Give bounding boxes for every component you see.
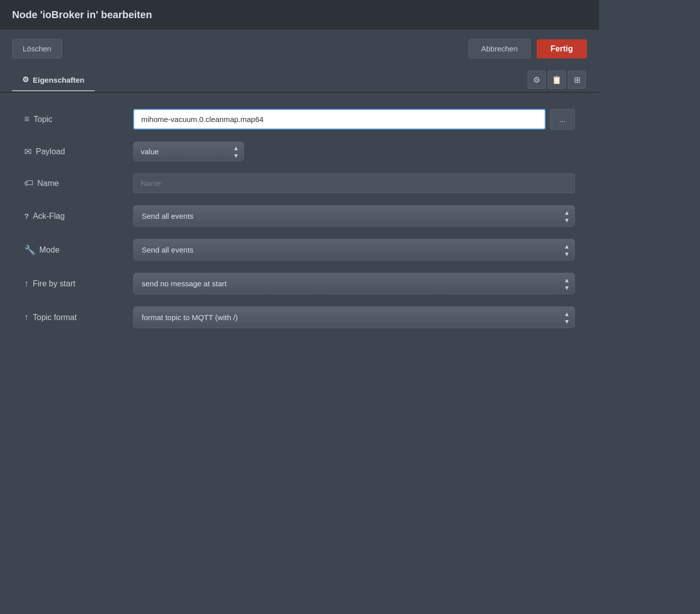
topic-format-select-wrapper: format topic to MQTT (with /) keep origi… xyxy=(133,306,575,328)
tab-settings-button[interactable]: ⚙ xyxy=(528,71,546,89)
name-icon: 🏷 xyxy=(24,178,33,189)
topic-dots-button[interactable]: ... xyxy=(550,109,575,130)
topic-icon: ≡ xyxy=(24,114,30,125)
topic-label: ≡ Topic xyxy=(24,114,125,125)
name-control-wrap xyxy=(133,173,575,193)
dialog-header: Node 'ioBroker in' bearbeiten xyxy=(0,0,599,30)
settings-icon: ⚙ xyxy=(533,75,540,85)
doc-icon: 📋 xyxy=(552,75,562,85)
tabs-bar: ⚙ Eigenschaften ⚙ 📋 ⊞ xyxy=(0,68,599,93)
dialog-toolbar: Löschen Abbrechen Fertig xyxy=(0,30,599,68)
fire-by-start-icon: ↑ xyxy=(24,278,29,289)
fire-by-start-row: ↑ Fire by start send no message at start… xyxy=(24,273,575,294)
mode-select-wrapper: Send all events RBE On change ▲ ▼ xyxy=(133,239,575,261)
ack-flag-select-wrapper: Send all events Only ack events Only not… xyxy=(133,205,575,227)
cancel-button[interactable]: Abbrechen xyxy=(469,39,531,58)
tab-properties[interactable]: ⚙ Eigenschaften xyxy=(12,69,95,91)
topic-format-icon: ↑ xyxy=(24,312,29,323)
tab-doc-button[interactable]: 📋 xyxy=(548,71,566,89)
tab-layout-button[interactable]: ⊞ xyxy=(568,71,586,89)
topic-format-select[interactable]: format topic to MQTT (with /) keep origi… xyxy=(133,306,575,328)
tab-properties-label: Eigenschaften xyxy=(33,76,85,84)
ack-flag-control-wrap: Send all events Only ack events Only not… xyxy=(133,205,575,227)
mode-label: 🔧 Mode xyxy=(24,244,125,256)
ack-flag-row: ? Ack-Flag Send all events Only ack even… xyxy=(24,205,575,227)
form-body: ≡ Topic ... ✉ Payload value json raw xyxy=(0,93,599,344)
topic-input[interactable] xyxy=(133,109,546,130)
mode-icon: 🔧 xyxy=(24,244,35,256)
name-label: 🏷 Name xyxy=(24,178,125,189)
payload-label: ✉ Payload xyxy=(24,146,125,157)
fire-by-start-label: ↑ Fire by start xyxy=(24,278,125,289)
ack-flag-select[interactable]: Send all events Only ack events Only not… xyxy=(133,205,575,227)
payload-control-wrap: value json raw ▲ ▼ xyxy=(133,142,575,161)
topic-row: ≡ Topic ... xyxy=(24,109,575,130)
mode-control-wrap: Send all events RBE On change ▲ ▼ xyxy=(133,239,575,261)
fire-by-start-control-wrap: send no message at start send last value… xyxy=(133,273,575,294)
fire-by-start-select-wrapper: send no message at start send last value… xyxy=(133,273,575,294)
ack-flag-label: ? Ack-Flag xyxy=(24,212,125,221)
mode-select[interactable]: Send all events RBE On change xyxy=(133,239,575,261)
topic-format-row: ↑ Topic format format topic to MQTT (wit… xyxy=(24,306,575,328)
gear-tab-icon: ⚙ xyxy=(22,75,29,84)
payload-row: ✉ Payload value json raw ▲ ▼ xyxy=(24,142,575,161)
dialog-title: Node 'ioBroker in' bearbeiten xyxy=(12,9,152,21)
topic-format-control-wrap: format topic to MQTT (with /) keep origi… xyxy=(133,306,575,328)
ack-flag-icon: ? xyxy=(24,212,29,220)
layout-icon: ⊞ xyxy=(574,75,580,85)
delete-button[interactable]: Löschen xyxy=(12,39,62,58)
name-row: 🏷 Name xyxy=(24,173,575,193)
payload-select-wrapper: value json raw ▲ ▼ xyxy=(133,142,244,161)
fire-by-start-select[interactable]: send no message at start send last value… xyxy=(133,273,575,294)
topic-format-label: ↑ Topic format xyxy=(24,312,125,323)
payload-select[interactable]: value json raw xyxy=(133,142,244,161)
topic-control-wrap: ... xyxy=(133,109,575,130)
mode-row: 🔧 Mode Send all events RBE On change ▲ ▼ xyxy=(24,239,575,261)
dialog: Node 'ioBroker in' bearbeiten Löschen Ab… xyxy=(0,0,599,513)
done-button[interactable]: Fertig xyxy=(537,39,587,58)
payload-icon: ✉ xyxy=(24,146,32,157)
name-input[interactable] xyxy=(133,173,575,193)
